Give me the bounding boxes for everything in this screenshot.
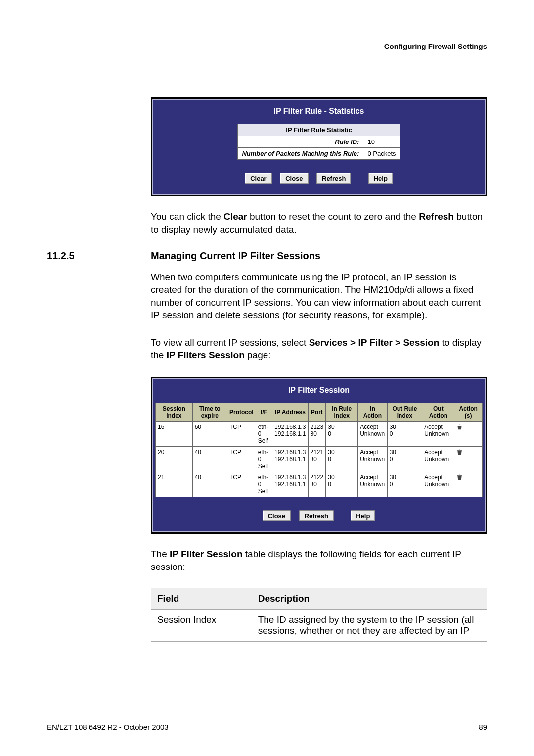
session-panel: IP Filter Session Session Index Time to … (151, 377, 487, 534)
table-row: 16 60 TCP eth-0 Self 192.168.1.3 192.168… (156, 422, 483, 447)
col-header: In Action (358, 403, 388, 422)
delete-action[interactable] (454, 422, 483, 447)
close-button[interactable]: Close (280, 173, 308, 184)
col-header: Protocol (227, 403, 256, 422)
session-panel-title: IP Filter Session (155, 386, 483, 395)
stats-row-label: Rule ID: (238, 136, 363, 148)
stats-row-label: Number of Packets Maching this Rule: (238, 148, 363, 160)
col-header: Out Action (422, 403, 454, 422)
col-header: In Rule Index (326, 403, 358, 422)
stats-subheader: IP Filter Rule Statistic (238, 124, 400, 136)
desc-field: Session Index (151, 610, 252, 642)
paragraph: To view all current IP sessions, select … (151, 336, 487, 362)
stats-row-value: 10 (363, 136, 400, 148)
page-header-right: Configuring Firewall Settings (47, 42, 487, 50)
desc-header-description: Description (252, 588, 487, 610)
col-header: Time to expire (192, 403, 227, 422)
col-header: Port (308, 403, 326, 422)
page-footer: EN/LZT 108 6492 R2 - October 2003 89 (47, 723, 487, 731)
section-heading: 11.2.5 Managing Current IP Filter Sessio… (47, 250, 487, 262)
col-header: Action (s) (454, 403, 483, 422)
table-row: 21 40 TCP eth-0 Self 192.168.1.3 192.168… (156, 472, 483, 497)
footer-page-number: 89 (479, 723, 487, 731)
stats-row-value: 0 Packets (363, 148, 400, 160)
table-row: 20 40 TCP eth-0 Self 192.168.1.3 192.168… (156, 447, 483, 472)
stats-panel: IP Filter Rule - Statistics IP Filter Ru… (151, 97, 487, 196)
help-button[interactable]: Help (351, 510, 375, 521)
col-header: I/F (256, 403, 272, 422)
desc-value: The ID assigned by the system to the IP … (252, 610, 487, 642)
session-table: Session Index Time to expire Protocol I/… (155, 403, 483, 497)
refresh-button[interactable]: Refresh (299, 510, 334, 521)
section-title: Managing Current IP Filter Sessions (151, 250, 320, 262)
close-button[interactable]: Close (263, 510, 291, 521)
paragraph: You can click the Clear button to reset … (151, 210, 487, 236)
footer-left: EN/LZT 108 6492 R2 - October 2003 (47, 723, 169, 731)
trash-icon (456, 474, 463, 480)
trash-icon (456, 424, 463, 430)
refresh-button[interactable]: Refresh (316, 173, 351, 184)
trash-icon (456, 449, 463, 455)
col-header: Out Rule Index (387, 403, 422, 422)
paragraph: The IP Filter Session table displays the… (151, 548, 487, 573)
stats-panel-title: IP Filter Rule - Statistics (160, 107, 478, 116)
col-header: IP Address (272, 403, 308, 422)
page: Configuring Firewall Settings IP Filter … (0, 0, 534, 756)
desc-header-field: Field (151, 588, 252, 610)
clear-button[interactable]: Clear (245, 173, 272, 184)
delete-action[interactable] (454, 447, 483, 472)
delete-action[interactable] (454, 472, 483, 497)
paragraph: When two computers communicate using the… (151, 271, 487, 322)
stats-table: IP Filter Rule Statistic Rule ID: 10 Num… (237, 124, 400, 160)
help-button[interactable]: Help (368, 173, 393, 184)
col-header: Session Index (156, 403, 193, 422)
section-number: 11.2.5 (47, 250, 151, 262)
field-description-table: Field Description Session Index The ID a… (151, 588, 487, 642)
